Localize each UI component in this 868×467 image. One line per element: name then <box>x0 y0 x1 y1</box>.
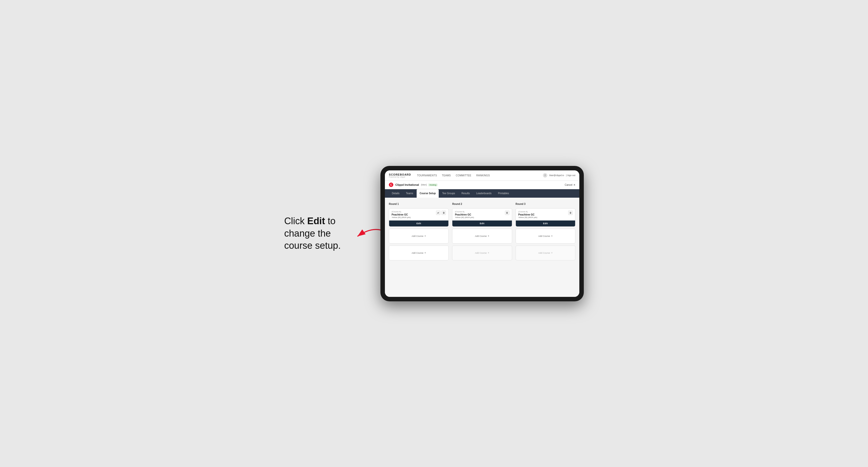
round-1-title: Round 1 <box>389 203 448 205</box>
card-delete-btn-3[interactable]: 🗑 <box>568 211 572 215</box>
round-3-title: Round 3 <box>516 203 576 205</box>
course-card-header-2: (Course A) Peachtree GC Yellow (M) (6629… <box>452 209 512 220</box>
round-3-add-course-2: Add Course + <box>516 246 576 260</box>
hosting-badge: Hosting <box>428 184 437 186</box>
page-wrapper: Click Edit tochange thecourse setup. SCO… <box>10 166 858 301</box>
logo-sub: Powered by clippd <box>389 176 411 178</box>
tabs-bar: Details Teams Course Setup Tee Groups Re… <box>385 189 579 198</box>
round-3-add-course-1[interactable]: Add Course + <box>516 229 576 244</box>
add-course-label-r2-2: Add Course + <box>475 251 489 254</box>
rounds-grid: Round 1 (Course A) Peachtree GC Yellow (… <box>389 203 576 260</box>
round-3-column: Round 3 (Course A) Peachtree GC Yellow (… <box>516 203 576 260</box>
logo-main: SCOREBOARD <box>389 173 411 176</box>
logo-area: SCOREBOARD Powered by clippd <box>389 173 411 178</box>
round-1-column: Round 1 (Course A) Peachtree GC Yellow (… <box>389 203 448 260</box>
course-details-3: Yellow (M) (6629 yds) <box>518 216 568 218</box>
round-1-edit-button[interactable]: Edit <box>389 220 448 226</box>
course-card-header-3: (Course A) Peachtree GC Yellow (M) (6629… <box>516 209 575 220</box>
annotation-line1: Click Edit tochange thecourse setup. <box>284 216 341 251</box>
clippd-logo: C <box>389 183 393 187</box>
plus-icon-r3-2: + <box>551 251 553 254</box>
add-course-label: Add Course + <box>412 235 426 237</box>
tab-tee-groups[interactable]: Tee Groups <box>439 189 458 198</box>
nav-rankings[interactable]: RANKINGS <box>476 174 490 177</box>
cancel-label: Cancel <box>565 184 572 186</box>
course-name-3: Peachtree GC <box>518 213 568 216</box>
course-label-2: (Course A) <box>455 211 505 213</box>
round-2-course-card: (Course A) Peachtree GC Yellow (M) (6629… <box>452 208 512 227</box>
card-actions-2: 🗑 <box>505 211 509 215</box>
main-content: Round 1 (Course A) Peachtree GC Yellow (… <box>385 198 579 297</box>
card-actions-3: 🗑 <box>568 211 572 215</box>
plus-icon-r2: + <box>488 235 489 237</box>
round-2-add-course-1[interactable]: Add Course + <box>452 229 512 244</box>
round-2-column: Round 2 (Course A) Peachtree GC Yellow (… <box>452 203 512 260</box>
add-course-label-r3: Add Course + <box>538 235 553 237</box>
user-avatar <box>543 173 547 178</box>
card-expand-btn[interactable]: ⇌ <box>436 211 440 215</box>
course-name-2: Peachtree GC <box>455 213 505 216</box>
course-info: (Course A) Peachtree GC Yellow (M) (6629… <box>392 211 436 218</box>
cancel-icon: ✕ <box>574 184 576 186</box>
tablet-device: SCOREBOARD Powered by clippd TOURNAMENTS… <box>380 166 584 301</box>
round-2-edit-button[interactable]: Edit <box>452 220 512 226</box>
round-1-add-course-2[interactable]: Add Course + <box>389 246 448 260</box>
annotation-bold: Edit <box>307 216 325 226</box>
user-email: blair@clippd.io <box>549 174 564 177</box>
tab-details[interactable]: Details <box>389 189 403 198</box>
tab-printables[interactable]: Printables <box>495 189 512 198</box>
nav-committee[interactable]: COMMITTEE <box>456 174 471 177</box>
annotation-text: Click Edit tochange thecourse setup. <box>284 215 341 252</box>
round-1-add-course-1[interactable]: Add Course + <box>389 229 448 244</box>
course-info-2: (Course A) Peachtree GC Yellow (M) (6629… <box>455 211 505 218</box>
cancel-button[interactable]: Cancel ✕ <box>565 184 576 186</box>
gender-badge: (Men) <box>421 184 427 186</box>
round-2-title: Round 2 <box>452 203 512 205</box>
tab-course-setup[interactable]: Course Setup <box>416 189 439 198</box>
round-3-edit-button[interactable]: Edit <box>516 220 575 226</box>
course-details-2: Yellow (M) (6629 yds) <box>455 216 505 218</box>
round-2-add-course-2: Add Course + <box>452 246 512 260</box>
course-name: Peachtree GC <box>392 213 436 216</box>
add-course-label-r2: Add Course + <box>475 235 489 237</box>
add-course-label-r3-2: Add Course + <box>538 251 553 254</box>
nav-teams[interactable]: TEAMS <box>442 174 451 177</box>
nav-links: TOURNAMENTS TEAMS COMMITTEE RANKINGS <box>417 174 543 177</box>
card-delete-btn-2[interactable]: 🗑 <box>505 211 509 215</box>
tab-teams[interactable]: Teams <box>403 189 416 198</box>
course-card-header: (Course A) Peachtree GC Yellow (M) (6629… <box>389 209 448 220</box>
tab-results[interactable]: Results <box>459 189 473 198</box>
sub-header: C Clippd Invitational (Men) Hosting Canc… <box>385 181 579 189</box>
plus-icon-r3: + <box>551 235 553 237</box>
top-nav: SCOREBOARD Powered by clippd TOURNAMENTS… <box>385 170 579 181</box>
plus-icon-2: + <box>424 251 426 254</box>
plus-icon: + <box>424 235 426 237</box>
arrow-area: SCOREBOARD Powered by clippd TOURNAMENTS… <box>355 166 584 301</box>
card-actions: ⇌ 🗑 <box>436 211 446 215</box>
tournament-name: Clippd Invitational <box>395 183 419 186</box>
add-course-label-2: Add Course + <box>412 251 426 254</box>
tab-leaderboards[interactable]: Leaderboards <box>473 189 495 198</box>
nav-right: blair@clippd.io | Sign out <box>543 173 576 178</box>
round-1-course-card: (Course A) Peachtree GC Yellow (M) (6629… <box>389 208 448 227</box>
course-info-3: (Course A) Peachtree GC Yellow (M) (6629… <box>518 211 568 218</box>
course-label-3: (Course A) <box>518 211 568 213</box>
course-details: Yellow (M) (6629 yds) <box>392 216 436 218</box>
plus-icon-r2-2: + <box>488 251 489 254</box>
card-delete-btn[interactable]: 🗑 <box>441 211 446 215</box>
round-3-course-card: (Course A) Peachtree GC Yellow (M) (6629… <box>516 208 576 227</box>
nav-tournaments[interactable]: TOURNAMENTS <box>417 174 437 177</box>
course-label: (Course A) <box>392 211 436 213</box>
svg-point-1 <box>545 175 546 176</box>
tablet-screen: SCOREBOARD Powered by clippd TOURNAMENTS… <box>385 170 579 297</box>
sign-out-link[interactable]: | Sign out <box>566 174 576 177</box>
